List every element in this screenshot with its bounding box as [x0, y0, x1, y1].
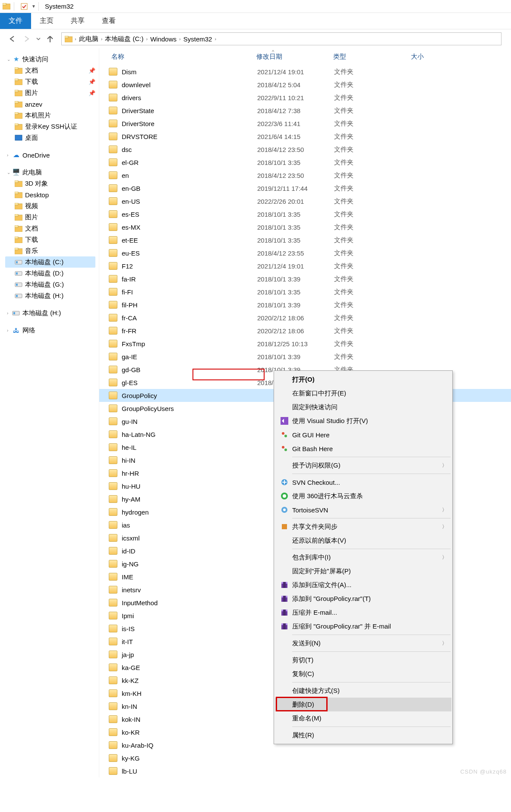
- sidebar-item[interactable]: 本机照片: [5, 110, 95, 121]
- breadcrumb[interactable]: › 此电脑›本地磁盘 (C:)›Windows›System32›: [61, 32, 502, 45]
- menu-item[interactable]: 复制(C): [275, 667, 451, 681]
- ribbon-tab-1[interactable]: 主页: [31, 13, 62, 29]
- back-button[interactable]: [6, 33, 18, 45]
- menu-item[interactable]: 打开(O): [275, 373, 451, 386]
- menu-item[interactable]: 压缩到 "GroupPolicy.rar" 并 E-mail: [275, 619, 451, 633]
- up-button[interactable]: [44, 33, 56, 45]
- recent-dropdown-icon[interactable]: [35, 33, 41, 45]
- sidebar-item[interactable]: 音乐: [5, 245, 95, 256]
- crumb-0[interactable]: 此电脑: [77, 35, 100, 43]
- col-header-size[interactable]: 大小: [411, 53, 424, 61]
- table-row[interactable]: dsc2018/4/12 23:50文件夹: [99, 143, 511, 156]
- menu-item[interactable]: 重命名(M): [275, 711, 451, 725]
- menu-item[interactable]: Git Bash Here: [275, 442, 451, 455]
- menu-item[interactable]: 添加到 "GroupPolicy.rar"(T): [275, 592, 451, 606]
- sidebar-onedrive[interactable]: ›☁OneDrive: [5, 149, 95, 161]
- table-row[interactable]: es-ES2018/10/1 3:35文件夹: [99, 208, 511, 221]
- qat-dropdown-icon[interactable]: ▼: [32, 4, 36, 9]
- sidebar-item[interactable]: 图片: [5, 212, 95, 223]
- svg-rect-8: [15, 79, 18, 81]
- chevron-right-icon[interactable]: ›: [74, 36, 77, 41]
- sidebar-item[interactable]: 文档: [5, 223, 95, 234]
- sidebar-item[interactable]: 文档📌: [5, 65, 95, 76]
- sidebar-item[interactable]: 本地磁盘 (D:): [5, 268, 95, 279]
- crumb-3[interactable]: System32: [182, 35, 214, 43]
- sidebar-this-pc[interactable]: ⌄🖥️此电脑: [5, 167, 95, 178]
- table-row[interactable]: DriverStore2022/3/6 11:41文件夹: [99, 117, 511, 130]
- table-row[interactable]: lb-LU: [99, 765, 511, 777]
- table-row[interactable]: fil-PH2018/10/1 3:39文件夹: [99, 298, 511, 311]
- table-row[interactable]: drivers2022/9/11 10:21文件夹: [99, 91, 511, 104]
- ribbon-tab-3[interactable]: 查看: [93, 13, 124, 29]
- table-row[interactable]: eu-ES2018/4/12 23:55文件夹: [99, 246, 511, 259]
- chevron-right-icon[interactable]: ›: [178, 36, 182, 41]
- menu-separator: [292, 474, 451, 474]
- table-row[interactable]: fr-CA2020/2/12 18:06文件夹: [99, 311, 511, 324]
- menu-item[interactable]: 删除(D): [275, 698, 451, 711]
- sidebar-item[interactable]: 图片📌: [5, 87, 95, 98]
- menu-item[interactable]: 授予访问权限(G)〉: [275, 458, 451, 472]
- menu-item[interactable]: 共享文件夹同步〉: [275, 520, 451, 534]
- sidebar-network[interactable]: ›🖧网络: [5, 325, 95, 336]
- menu-item[interactable]: 发送到(N)〉: [275, 636, 451, 650]
- sidebar-item[interactable]: 本地磁盘 (G:): [5, 279, 95, 290]
- menu-item[interactable]: 使用 Visual Studio 打开(V): [275, 414, 451, 428]
- file-name-cell: DriverState: [122, 107, 257, 114]
- menu-item[interactable]: 添加到压缩文件(A)...: [275, 578, 451, 592]
- chevron-right-icon[interactable]: ›: [214, 36, 217, 41]
- table-row[interactable]: ga-IE2018/10/1 3:39文件夹: [99, 350, 511, 363]
- table-row[interactable]: et-EE2018/10/1 3:35文件夹: [99, 234, 511, 246]
- table-row[interactable]: fi-FI2018/10/1 3:35文件夹: [99, 285, 511, 298]
- sidebar-item[interactable]: 本地磁盘 (C:): [5, 256, 95, 268]
- menu-item[interactable]: 固定到"开始"屏幕(P): [275, 564, 451, 578]
- table-row[interactable]: el-GR2018/10/1 3:35文件夹: [99, 156, 511, 169]
- chevron-right-icon[interactable]: ›: [100, 36, 104, 41]
- col-header-date[interactable]: 修改日期: [256, 53, 333, 61]
- ribbon-tab-0[interactable]: 文件: [0, 13, 31, 29]
- sidebar-item[interactable]: 3D 对象: [5, 178, 95, 189]
- sidebar-item[interactable]: 桌面: [5, 132, 95, 143]
- table-row[interactable]: FxsTmp2018/12/25 10:13文件夹: [99, 337, 511, 350]
- table-row[interactable]: en-US2022/2/26 20:01文件夹: [99, 195, 511, 208]
- sidebar-item[interactable]: anzev: [5, 98, 95, 110]
- table-row[interactable]: Dism2021/12/4 19:01文件夹: [99, 65, 511, 78]
- sidebar-item[interactable]: 下载📌: [5, 76, 95, 87]
- table-row[interactable]: fa-IR2018/10/1 3:39文件夹: [99, 272, 511, 285]
- sidebar-quick-access[interactable]: ⌄★快速访问: [5, 54, 95, 65]
- col-header-type[interactable]: 类型: [333, 53, 411, 61]
- menu-item[interactable]: 剪切(T): [275, 653, 451, 667]
- table-row[interactable]: en-GB2019/12/11 17:44文件夹: [99, 182, 511, 195]
- menu-item[interactable]: 创建快捷方式(S): [275, 684, 451, 698]
- sidebar-drive-h[interactable]: ›本地磁盘 (H:): [5, 307, 95, 319]
- properties-icon[interactable]: [19, 2, 29, 11]
- table-row[interactable]: DriverState2018/4/12 7:38文件夹: [99, 104, 511, 117]
- sidebar-item[interactable]: 下载: [5, 234, 95, 245]
- sidebar-item[interactable]: Desktop: [5, 189, 95, 200]
- menu-item[interactable]: 使用 360进行木马云查杀: [275, 489, 451, 503]
- crumb-1[interactable]: 本地磁盘 (C:): [103, 35, 145, 43]
- menu-item[interactable]: TortoiseSVN〉: [275, 503, 451, 517]
- ribbon-tab-2[interactable]: 共享: [62, 13, 93, 29]
- table-row[interactable]: downlevel2018/4/12 5:04文件夹: [99, 78, 511, 91]
- table-row[interactable]: es-MX2018/10/1 3:35文件夹: [99, 221, 511, 234]
- table-row[interactable]: fr-FR2020/2/12 18:06文件夹: [99, 324, 511, 337]
- menu-item[interactable]: Git GUI Here: [275, 428, 451, 442]
- col-header-name[interactable]: 名称: [111, 53, 256, 61]
- sidebar-item[interactable]: 本地磁盘 (H:): [5, 290, 95, 301]
- menu-item[interactable]: 压缩并 E-mail...: [275, 606, 451, 619]
- menu-item[interactable]: SVN Checkout...: [275, 475, 451, 489]
- table-row[interactable]: F122021/12/4 19:01文件夹: [99, 259, 511, 272]
- table-row[interactable]: DRVSTORE2021/6/4 14:15文件夹: [99, 130, 511, 143]
- crumb-2[interactable]: Windows: [148, 35, 178, 43]
- menu-item[interactable]: 包含到库中(I)〉: [275, 550, 451, 564]
- menu-item[interactable]: 还原以前的版本(V): [275, 534, 451, 547]
- chevron-right-icon[interactable]: ›: [145, 36, 149, 41]
- sidebar-item[interactable]: 视频: [5, 200, 95, 212]
- menu-item[interactable]: 在新窗口中打开(E): [275, 386, 451, 400]
- file-name-cell: InputMethod: [122, 599, 257, 607]
- menu-item[interactable]: 属性(R): [275, 728, 451, 742]
- menu-item[interactable]: 固定到快速访问: [275, 400, 451, 414]
- sidebar-item[interactable]: 登录Key SSH认证: [5, 121, 95, 132]
- table-row[interactable]: en2018/4/12 23:50文件夹: [99, 169, 511, 182]
- table-row[interactable]: ky-KG: [99, 752, 511, 765]
